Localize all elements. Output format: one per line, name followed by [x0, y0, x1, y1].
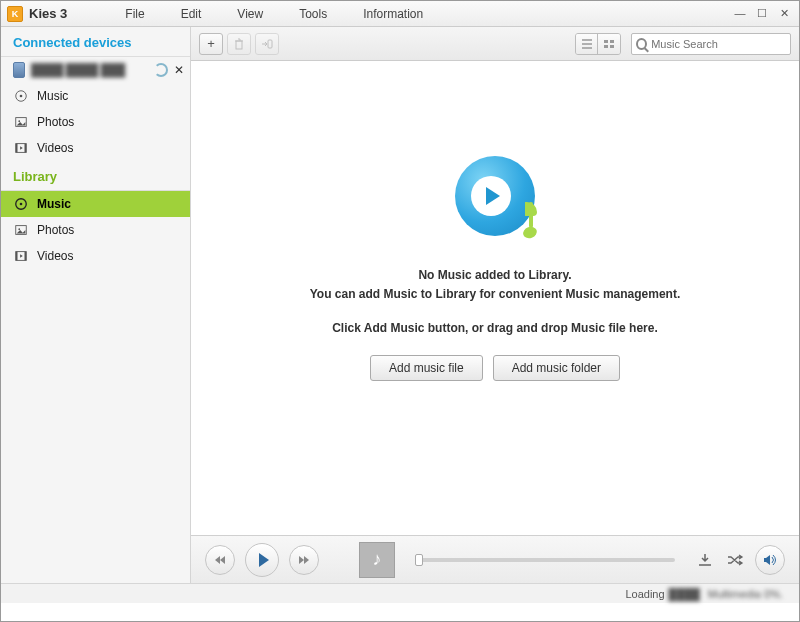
svg-rect-17	[610, 40, 614, 43]
sidebar-item-label: Photos	[37, 115, 74, 129]
svg-rect-14	[236, 41, 242, 49]
sidebar-library-photos[interactable]: Photos	[1, 217, 190, 243]
sidebar-item-label: Videos	[37, 249, 73, 263]
menu-tools[interactable]: Tools	[281, 7, 345, 21]
music-icon	[13, 196, 29, 212]
player-prev-button[interactable]	[205, 545, 235, 575]
sidebar-item-label: Music	[37, 89, 68, 103]
album-art-placeholder: ♪	[359, 542, 395, 578]
empty-line-2: You can add Music to Library for conveni…	[310, 285, 681, 303]
device-close[interactable]: ✕	[174, 63, 184, 77]
main-panel: +	[191, 27, 799, 583]
sidebar-device-photos[interactable]: Photos	[1, 109, 190, 135]
svg-rect-15	[268, 40, 272, 48]
videos-icon	[13, 140, 29, 156]
music-hero-icon	[455, 156, 535, 236]
empty-text: No Music added to Library. You can add M…	[310, 266, 681, 355]
music-icon	[13, 88, 29, 104]
sidebar-item-label: Photos	[37, 223, 74, 237]
status-tail: Multimedia 0%.	[708, 588, 783, 600]
add-button[interactable]: +	[199, 33, 223, 55]
add-music-file-button[interactable]: Add music file	[370, 355, 483, 381]
svg-rect-6	[25, 144, 27, 153]
svg-point-1	[20, 95, 23, 98]
svg-point-10	[18, 228, 20, 230]
svg-rect-19	[610, 45, 614, 48]
statusbar: Loading ████ Multimedia 0%.	[1, 583, 799, 603]
volume-button[interactable]	[755, 545, 785, 575]
sidebar-item-label: Music	[37, 197, 71, 211]
transfer-button	[255, 33, 279, 55]
videos-icon	[13, 248, 29, 264]
player-next-button[interactable]	[289, 545, 319, 575]
app-icon: K	[7, 6, 23, 22]
menu-information[interactable]: Information	[345, 7, 441, 21]
search-icon	[636, 38, 647, 50]
menu-edit[interactable]: Edit	[163, 7, 220, 21]
empty-line-3: Click Add Music button, or drag and drop…	[310, 319, 681, 337]
search-input[interactable]	[651, 38, 786, 50]
sidebar-header-library: Library	[1, 161, 190, 191]
sidebar-device-videos[interactable]: Videos	[1, 135, 190, 161]
track-seek-bar[interactable]	[415, 558, 675, 562]
window-minimize[interactable]: —	[731, 7, 749, 21]
photos-icon	[13, 114, 29, 130]
svg-rect-5	[16, 144, 18, 153]
search-box[interactable]	[631, 33, 791, 55]
sidebar-header-connected: Connected devices	[1, 27, 190, 57]
svg-point-8	[20, 203, 23, 206]
plus-icon: +	[207, 36, 215, 51]
status-loading: Loading	[625, 588, 664, 600]
empty-line-1: No Music added to Library.	[310, 266, 681, 284]
photos-icon	[13, 222, 29, 238]
refresh-icon[interactable]	[154, 63, 168, 77]
toolbar: +	[191, 27, 799, 61]
sidebar-library-videos[interactable]: Videos	[1, 243, 190, 269]
empty-state: No Music added to Library. You can add M…	[191, 61, 799, 535]
device-name: ████ ████ ███	[31, 63, 148, 77]
device-row[interactable]: ████ ████ ███ ✕	[1, 57, 190, 83]
shuffle-icon[interactable]	[725, 550, 745, 570]
sidebar-device-music[interactable]: Music	[1, 83, 190, 109]
view-toggle[interactable]	[575, 33, 621, 55]
svg-rect-12	[16, 252, 18, 261]
add-music-folder-button[interactable]: Add music folder	[493, 355, 620, 381]
svg-rect-18	[604, 45, 608, 48]
window-maximize[interactable]: ☐	[753, 7, 771, 21]
view-grid-icon[interactable]	[598, 34, 620, 54]
svg-rect-13	[25, 252, 27, 261]
svg-point-3	[18, 120, 20, 122]
svg-rect-16	[604, 40, 608, 43]
player-play-button[interactable]	[245, 543, 279, 577]
view-list-icon[interactable]	[576, 34, 598, 54]
status-middle: ████	[669, 588, 700, 600]
player-bar: ♪	[191, 535, 799, 583]
delete-button	[227, 33, 251, 55]
download-icon[interactable]	[695, 550, 715, 570]
sidebar-library-music[interactable]: Music	[1, 191, 190, 217]
sidebar-item-label: Videos	[37, 141, 73, 155]
app-title: Kies 3	[29, 6, 67, 21]
menu-file[interactable]: File	[107, 7, 162, 21]
menubar: K Kies 3 File Edit View Tools Informatio…	[1, 1, 799, 27]
note-icon: ♪	[373, 549, 382, 570]
sidebar: Connected devices ████ ████ ███ ✕ Music …	[1, 27, 191, 583]
seek-thumb[interactable]	[415, 554, 423, 566]
menu-view[interactable]: View	[219, 7, 281, 21]
phone-icon	[13, 62, 25, 78]
add-buttons-row: Add music file Add music folder	[370, 355, 620, 381]
window-close[interactable]: ✕	[775, 7, 793, 21]
